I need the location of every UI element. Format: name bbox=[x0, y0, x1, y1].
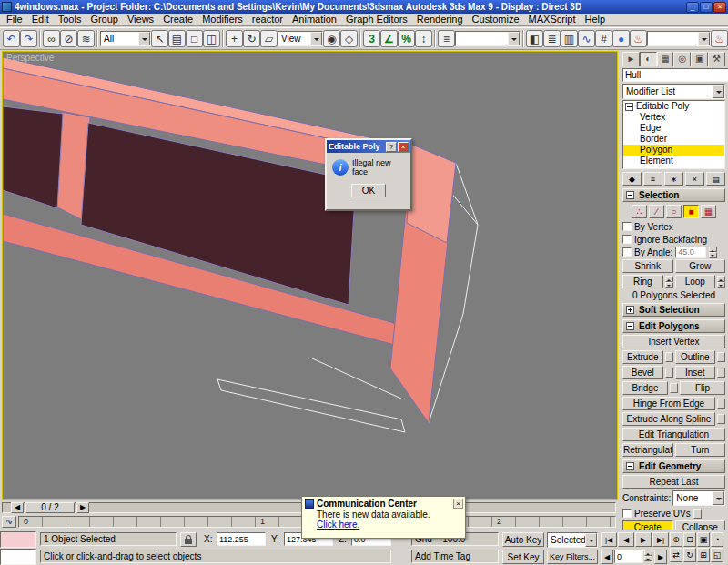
model-faces[interactable] bbox=[3, 57, 456, 423]
tab-modify-icon[interactable]: ◐ bbox=[640, 52, 657, 66]
angle-value-field[interactable] bbox=[675, 247, 706, 258]
stack-item-vertex[interactable]: Vertex bbox=[623, 112, 724, 123]
loop-spinner[interactable] bbox=[717, 276, 725, 288]
rectangular-selection-region-icon[interactable]: □ bbox=[186, 30, 203, 47]
bevel-settings-button[interactable] bbox=[665, 368, 673, 378]
render-type-dropdown[interactable] bbox=[647, 31, 711, 46]
schematic-view-icon[interactable]: # bbox=[595, 30, 612, 47]
polygon-subobject-icon[interactable]: ■ bbox=[683, 205, 699, 218]
create-button[interactable]: Create bbox=[622, 520, 673, 530]
click-here-link[interactable]: Click here. bbox=[302, 520, 362, 530]
by-angle-checkbox[interactable] bbox=[622, 247, 632, 257]
align-icon[interactable]: ≣ bbox=[543, 30, 561, 47]
window-crossing-icon[interactable]: ◫ bbox=[203, 30, 220, 47]
titlebar[interactable]: 4windows.max - Project Folder: C:\Docume… bbox=[0, 0, 728, 14]
show-end-result-icon[interactable]: ≡ bbox=[643, 172, 662, 186]
select-by-name-icon[interactable]: ▤ bbox=[168, 30, 186, 47]
shrink-button[interactable]: Shrink bbox=[622, 259, 673, 273]
zoom-all-icon[interactable]: ⊡ bbox=[683, 532, 696, 547]
arc-rotate-icon[interactable]: ↻ bbox=[683, 548, 696, 562]
outline-settings-button[interactable] bbox=[717, 352, 725, 362]
redo-icon[interactable]: ↷ bbox=[20, 30, 37, 47]
retriangulate-button[interactable]: Retriangulate bbox=[622, 443, 673, 457]
menu-help[interactable]: Help bbox=[581, 14, 611, 25]
chevron-down-icon[interactable] bbox=[508, 32, 520, 45]
angle-spinner[interactable] bbox=[709, 247, 717, 258]
key-filters-button[interactable]: Key Filters... bbox=[547, 550, 598, 564]
repeat-last-button[interactable]: Repeat Last bbox=[622, 475, 725, 489]
play-icon[interactable]: ▶ bbox=[635, 532, 652, 547]
menu-group[interactable]: Group bbox=[86, 14, 123, 25]
mirror-icon[interactable]: ◧ bbox=[526, 30, 543, 47]
edge-subobject-icon[interactable]: ∕ bbox=[649, 205, 664, 218]
modifier-stack-list[interactable]: Editable Poly Vertex Edge Border Polygon… bbox=[622, 100, 725, 169]
tab-hierarchy-icon[interactable]: ▦ bbox=[657, 52, 674, 66]
perspective-viewport[interactable]: Perspective bbox=[2, 51, 618, 500]
select-and-rotate-icon[interactable]: ↻ bbox=[243, 30, 260, 47]
curve-editor-icon[interactable]: ∿ bbox=[578, 30, 595, 47]
bevel-button[interactable]: Bevel bbox=[622, 366, 663, 379]
next-frame-icon[interactable]: ▶ bbox=[76, 502, 89, 513]
set-key-button[interactable]: Set Key bbox=[502, 550, 544, 564]
menu-reactor[interactable]: reactor bbox=[248, 14, 288, 25]
ignore-backfacing-checkbox-row[interactable]: Ignore Backfacing bbox=[622, 234, 725, 245]
viewport-canvas[interactable] bbox=[3, 52, 617, 499]
preserve-uvs-checkbox-row[interactable]: Preserve UVs bbox=[622, 508, 725, 519]
chevron-down-icon[interactable] bbox=[698, 32, 710, 45]
named-selection-dropdown[interactable] bbox=[455, 31, 521, 46]
auto-key-button[interactable]: Auto Key bbox=[502, 532, 544, 547]
selection-set-dropdown[interactable]: Selected bbox=[547, 532, 598, 548]
inset-settings-button[interactable] bbox=[717, 368, 725, 378]
menu-views[interactable]: Views bbox=[123, 14, 158, 25]
maxscript-mini-listener-pink[interactable] bbox=[0, 531, 36, 548]
by-angle-checkbox-row[interactable]: By Angle: bbox=[622, 247, 725, 257]
preserve-uvs-checkbox[interactable] bbox=[622, 509, 632, 518]
layer-manager-icon[interactable]: ▥ bbox=[561, 30, 578, 47]
extrude-settings-button[interactable] bbox=[665, 352, 673, 362]
preserve-uvs-settings-button[interactable] bbox=[693, 509, 702, 519]
loop-button[interactable]: Loop bbox=[675, 275, 716, 288]
snap-toggle-icon[interactable]: 3 bbox=[363, 30, 380, 47]
select-and-scale-icon[interactable]: ▱ bbox=[260, 30, 278, 47]
vertex-subobject-icon[interactable]: ∴ bbox=[632, 205, 647, 218]
menu-customize[interactable]: Customize bbox=[468, 14, 524, 25]
bridge-settings-button[interactable] bbox=[670, 383, 678, 393]
zoom-icon[interactable]: ⊕ bbox=[670, 532, 682, 547]
edit-named-selections-icon[interactable]: ≡ bbox=[438, 30, 455, 47]
menu-rendering[interactable]: Rendering bbox=[412, 14, 468, 25]
select-object-icon[interactable]: ↖ bbox=[151, 30, 168, 47]
unlink-selection-icon[interactable]: ⊘ bbox=[60, 30, 77, 47]
select-and-manipulate-icon[interactable]: ◇ bbox=[340, 30, 358, 47]
previous-key-icon[interactable]: ◀ bbox=[618, 532, 634, 547]
previous-frame-icon[interactable]: ◀ bbox=[11, 502, 24, 513]
ok-button[interactable]: OK bbox=[351, 184, 386, 197]
extrude-along-spline-button[interactable]: Extrude Along Spline bbox=[622, 412, 715, 426]
chevron-down-icon[interactable] bbox=[310, 32, 322, 45]
menu-maxscript[interactable]: MAXScript bbox=[524, 14, 581, 25]
tab-display-icon[interactable]: ▣ bbox=[691, 52, 708, 66]
chevron-down-icon[interactable] bbox=[585, 533, 597, 547]
lock-selection-icon[interactable] bbox=[180, 532, 197, 547]
select-and-move-icon[interactable]: + bbox=[226, 30, 243, 47]
dialog-close-icon[interactable]: × bbox=[398, 142, 409, 152]
dialog-help-icon[interactable]: ? bbox=[386, 142, 397, 152]
menu-file[interactable]: File bbox=[2, 14, 27, 25]
stack-item-polygon[interactable]: Polygon bbox=[623, 145, 724, 156]
constraints-dropdown[interactable]: None bbox=[672, 490, 725, 506]
bridge-button[interactable]: Bridge bbox=[622, 381, 668, 395]
close-button[interactable]: × bbox=[713, 2, 726, 13]
next-key-step-icon[interactable]: ▶ bbox=[654, 550, 667, 564]
percent-snap-icon[interactable]: % bbox=[398, 30, 415, 47]
maximize-viewport-icon[interactable]: ◱ bbox=[711, 548, 723, 562]
tab-motion-icon[interactable]: ◎ bbox=[673, 52, 691, 66]
menu-modifiers[interactable]: Modifiers bbox=[197, 14, 248, 25]
angle-snap-icon[interactable]: ∠ bbox=[380, 30, 398, 47]
rollout-edit-polygons[interactable]: Edit Polygons bbox=[622, 319, 725, 333]
menu-animation[interactable]: Animation bbox=[288, 14, 341, 25]
edit-triangulation-button[interactable]: Edit Triangulation bbox=[622, 428, 725, 441]
ring-button[interactable]: Ring bbox=[622, 275, 663, 288]
ignore-backfacing-checkbox[interactable] bbox=[622, 235, 632, 244]
dialog-titlebar[interactable]: Editable Poly ? × bbox=[327, 140, 410, 153]
remove-modifier-icon[interactable]: × bbox=[685, 172, 704, 186]
menu-create[interactable]: Create bbox=[158, 14, 197, 25]
